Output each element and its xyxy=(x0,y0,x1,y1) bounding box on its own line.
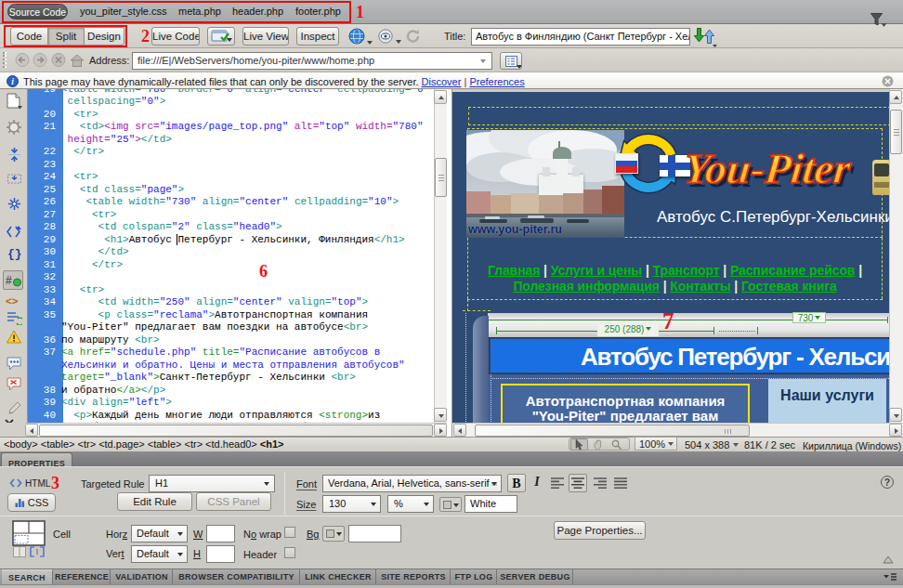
svg-text:<>: <> xyxy=(6,295,19,307)
svg-text:#: # xyxy=(6,274,12,287)
svg-text:You-Piter: You-Piter xyxy=(687,145,854,192)
svg-text:{}: {} xyxy=(7,247,21,261)
svg-text:i: i xyxy=(11,77,14,86)
